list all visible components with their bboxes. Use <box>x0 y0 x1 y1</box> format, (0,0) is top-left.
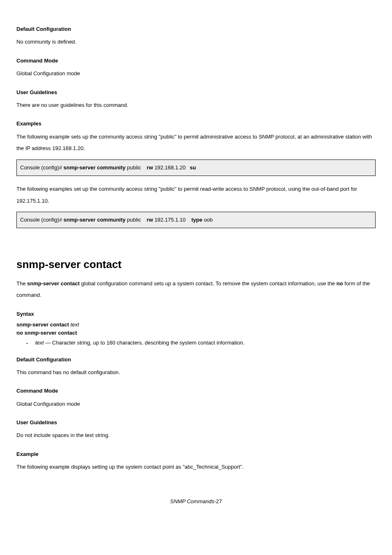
code2-type: type <box>191 217 204 223</box>
section-title-default-config-2: Default Configuration <box>16 356 376 363</box>
contact-intro-cmd: snmp-server contact <box>27 280 80 287</box>
section-title-default-config: Default Configuration <box>16 25 376 33</box>
param-name: text <box>35 340 44 346</box>
default-config-text: No community is defined. <box>16 36 376 48</box>
contact-intro-no: no <box>337 280 343 287</box>
code1-arg1: public <box>127 164 141 171</box>
code2-rw: rw <box>147 217 154 223</box>
code2-prompt: Console (config)# <box>20 217 64 223</box>
code1-cmd: snmp-server community <box>64 164 127 171</box>
contact-intro: The snmp-server contact global configura… <box>16 278 376 301</box>
section-title-user-guidelines-1: User Guidelines <box>16 89 376 96</box>
user-guidelines-text-2: Do not include spaces in the text string… <box>16 430 376 442</box>
page-prefix: SNMP Commands <box>170 498 214 504</box>
section-title-command-mode-2: Command Mode <box>16 387 376 395</box>
code1-prompt: Console (config)# <box>20 164 64 171</box>
command-heading-snmp-server-contact: snmp-server contact <box>16 257 376 272</box>
param-desc: — Character string, up to 160 characters… <box>44 340 244 346</box>
code1-tail: su <box>190 164 196 171</box>
section-title-examples: Examples <box>16 120 376 127</box>
examples-para-1: The following example sets up the commun… <box>16 131 376 155</box>
examples-para-2: The following examples set up the commun… <box>16 183 376 207</box>
command-mode-text-2: Global Configuration mode <box>16 398 376 410</box>
parameter-list: text — Character string, up to 160 chara… <box>16 339 376 347</box>
syntax-line1-a: snmp-server contact <box>16 321 71 328</box>
syntax-line-2: no snmp-server contact <box>16 329 376 337</box>
section-title-command-mode-1: Command Mode <box>16 57 376 65</box>
example-text: The following example displays setting u… <box>16 461 376 473</box>
section-title-example: Example <box>16 451 376 458</box>
default-config-text-2: This command has no default configuratio… <box>16 367 376 379</box>
syntax-line1-b: text <box>71 321 79 328</box>
page-number: -27 <box>214 498 222 504</box>
syntax-line-1: snmp-server contact text <box>16 321 376 328</box>
code2-arg1: public <box>127 217 141 223</box>
section-title-user-guidelines-2: User Guidelines <box>16 419 376 426</box>
contact-intro-pre: The <box>16 280 27 287</box>
code1-su: rw <box>147 164 154 171</box>
code1-arg2: 192.168.1.20 <box>154 164 186 171</box>
code2-arg3: oob <box>204 217 213 223</box>
user-guidelines-text-1: There are no user guidelines for this co… <box>16 99 376 111</box>
page-footer: SNMP Commands-27 <box>16 498 376 505</box>
code2-cmd: snmp-server community <box>64 217 127 223</box>
code-example-2: Console (config)# snmp-server community … <box>16 212 376 228</box>
code-example-1: Console (config)# snmp-server community … <box>16 160 376 176</box>
command-mode-text-1: Global Configuration mode <box>16 68 376 80</box>
contact-intro-post: global configuration command sets up a s… <box>80 280 337 287</box>
code2-arg2: 192.175.1.10 <box>154 217 186 223</box>
param-item-text: text — Character string, up to 160 chara… <box>26 339 376 347</box>
section-title-syntax: Syntax <box>16 310 376 318</box>
